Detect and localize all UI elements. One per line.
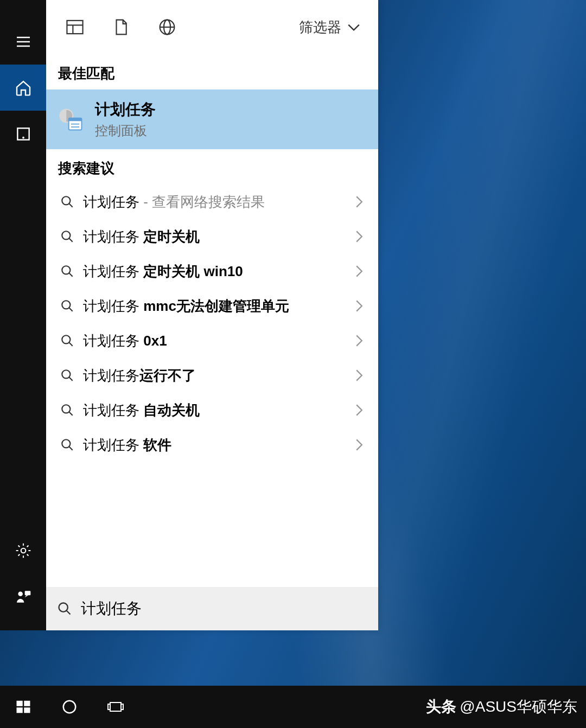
suggestion-item[interactable]: 计划任务运行不了 [46,358,378,393]
gear-icon [15,542,32,559]
svg-line-33 [67,611,71,615]
svg-point-18 [62,231,70,239]
svg-line-19 [69,238,73,242]
home-button[interactable] [0,65,46,111]
svg-point-32 [59,603,68,612]
search-box[interactable] [46,587,378,630]
svg-point-3 [18,591,23,596]
hamburger-menu-button[interactable] [0,18,46,65]
suggestion-item[interactable]: 计划任务 mmc无法创建管理单元 [46,289,378,323]
suggestion-item[interactable]: 计划任务 定时关机 win10 [46,254,378,289]
chevron-right-icon [351,265,367,278]
suggestion-item[interactable]: 计划任务 0x1 [46,323,378,358]
svg-point-22 [62,301,70,309]
hamburger-icon [15,33,32,50]
start-left-rail [0,0,46,630]
suggestion-item[interactable]: 计划任务 定时关机 [46,219,378,254]
apps-icon [66,18,84,36]
best-match-title: 计划任务 [95,99,156,120]
search-icon [57,334,78,348]
svg-rect-35 [24,701,30,706]
svg-point-20 [62,266,70,274]
svg-point-1 [22,136,24,138]
svg-point-38 [63,701,75,713]
search-icon [57,368,78,382]
chevron-right-icon [351,334,367,347]
svg-line-17 [69,203,73,207]
svg-line-27 [69,377,73,381]
svg-line-23 [69,308,73,311]
search-icon [57,229,78,244]
globe-icon [158,18,176,36]
watermark: 头条 @ASUS华硕华东 [426,697,577,717]
suggestion-text: 计划任务 0x1 [78,331,351,350]
documents-tab[interactable] [98,8,144,46]
svg-rect-37 [24,707,30,713]
apps-tab[interactable] [52,8,98,46]
watermark-handle: @ASUS华硕华东 [460,697,577,717]
home-icon [15,79,32,97]
suggestion-item[interactable]: 计划任务 自动关机 [46,393,378,427]
start-button[interactable] [0,686,46,728]
chevron-right-icon [351,369,367,382]
web-tab[interactable] [144,8,190,46]
search-icon [57,299,78,313]
suggestion-item[interactable]: 计划任务 软件 [46,427,378,462]
svg-rect-13 [69,118,82,121]
app-icon [15,125,32,143]
task-view-icon [107,699,124,715]
app-button[interactable] [0,111,46,157]
svg-rect-4 [24,591,30,595]
document-icon [112,18,130,36]
svg-line-25 [69,342,73,346]
task-scheduler-icon [57,105,85,133]
suggestion-text: 计划任务 定时关机 [78,227,351,246]
search-icon [57,601,72,616]
suggestion-text: 计划任务 mmc无法创建管理单元 [78,297,351,316]
task-view-button[interactable] [92,686,138,728]
svg-point-26 [62,370,70,378]
svg-rect-5 [67,21,82,34]
suggestion-text: 计划任务 软件 [78,436,351,455]
chevron-right-icon [351,438,367,451]
best-match-header: 最佳匹配 [46,54,378,90]
svg-rect-40 [108,704,110,710]
svg-line-29 [69,412,73,416]
suggestion-text: 计划任务 定时关机 win10 [78,262,351,281]
search-icon [57,195,78,209]
filter-label: 筛选器 [299,18,341,37]
svg-line-21 [69,273,73,277]
chevron-right-icon [351,404,367,417]
suggestion-item[interactable]: 计划任务 - 查看网络搜索结果 [46,184,378,219]
svg-point-30 [62,439,70,448]
suggestion-text: 计划任务 - 查看网络搜索结果 [78,193,351,212]
svg-point-2 [21,548,26,553]
suggestion-list: 计划任务 - 查看网络搜索结果 计划任务 定时关机 计划任务 定时关机 win1… [46,184,378,462]
cortana-icon [61,699,78,715]
chevron-right-icon [351,299,367,312]
svg-point-24 [62,335,70,343]
filter-button[interactable]: 筛选器 [287,11,373,43]
svg-rect-36 [16,707,22,713]
settings-button[interactable] [0,527,46,573]
cortana-button[interactable] [46,686,92,728]
svg-point-16 [62,196,70,205]
chevron-down-icon [347,22,361,32]
svg-rect-41 [121,704,123,710]
search-icon [57,403,78,417]
feedback-button[interactable] [0,573,46,620]
svg-line-31 [69,446,73,450]
search-icon [57,264,78,278]
search-input[interactable] [81,600,367,617]
windows-logo-icon [15,699,31,715]
watermark-tag: 头条 [426,697,456,717]
best-match-item[interactable]: 计划任务 控制面板 [46,90,378,149]
svg-rect-34 [16,701,22,706]
search-panel: 筛选器 最佳匹配 计划任务 控制面板 搜索建议 计划任务 - 查看网络搜索结果 [46,0,378,630]
suggestion-text: 计划任务运行不了 [78,366,351,385]
person-feedback-icon [15,588,32,605]
svg-point-28 [62,405,70,413]
chevron-right-icon [351,195,367,208]
panel-header: 筛选器 [46,0,378,54]
svg-rect-39 [110,703,121,711]
